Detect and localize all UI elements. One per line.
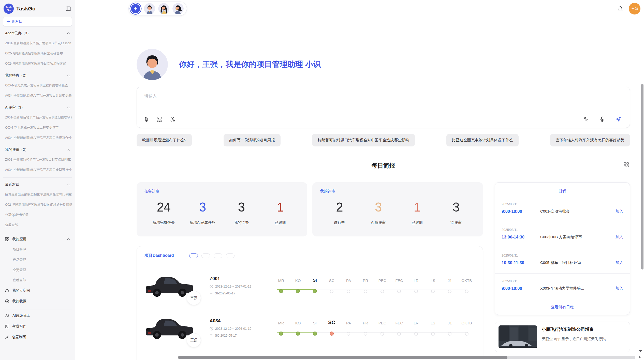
sidebar-item-help-write[interactable]: 帮我写作 — [3, 321, 72, 332]
event-date: 2025/03/11 — [502, 202, 623, 206]
suggestion-chip[interactable]: 比亚迪全固态电池计划具体说了什么 — [446, 134, 519, 146]
milestone-dot — [380, 332, 384, 336]
sidebar-chat-item[interactable]: C0X4-动力总成开发项目SI里程碑提交物检查 — [3, 80, 72, 91]
sidebar-section: 我的待办（2） C0X4-动力总成开发项目SI里程碑提交物检查A034-全新新能… — [3, 70, 72, 101]
image-icon — [5, 325, 9, 328]
notification-bell-button[interactable] — [617, 5, 624, 12]
dashboard-filter[interactable] — [214, 253, 222, 258]
sidebar-chat-item[interactable]: Z001-全新燃油皮卡产品开发项目SI节点Lesson Learn报告 — [3, 38, 72, 48]
screenshot-button[interactable] — [170, 116, 175, 122]
milestone-dot — [380, 290, 384, 293]
scroll-right-arrow[interactable] — [639, 356, 641, 359]
my-apps-submenu: 项目管理产品管理变更管理查看全部... — [3, 245, 72, 285]
sidebar-chat-item[interactable]: A034-全新新能源MUV产品开发项目法规符合性评审 — [3, 133, 72, 143]
project-row: 王强 A034 2023-12-19 ~ 2026-01-19 SC-2025-… — [144, 313, 475, 343]
milestone-dot — [397, 332, 401, 336]
mic-icon — [600, 116, 605, 122]
join-link[interactable]: 加入 — [616, 260, 623, 265]
sidebar-header: Task Go TaskGo — [3, 3, 72, 17]
section-label: 我的待办（2） — [5, 73, 28, 78]
sidebar-item-creative-draw[interactable]: 创意制图 — [3, 332, 72, 342]
sidebar-chat-item[interactable]: C02-飞腾新能源轻客改款项目里程碑画布 — [3, 48, 72, 58]
sidebar-item-favorites[interactable]: 我的收藏 — [3, 296, 72, 307]
sidebar-item-cloud-space[interactable]: 我的云空间 — [3, 285, 72, 296]
section-label: 最近对话 — [5, 182, 19, 187]
assistant-avatar-2[interactable] — [158, 3, 169, 14]
milestone-label: SC — [329, 279, 334, 282]
my-apps-subitem[interactable]: 产品管理 — [3, 255, 72, 265]
milestone-dot — [465, 332, 469, 336]
sidebar-chat-item[interactable]: C02-飞腾新能源轻客改款项目立项汇报方案 — [3, 58, 72, 69]
sidebar-chat-item[interactable]: 公司Q3轻卡销量 — [3, 210, 72, 220]
sidebar-item-ai-employee[interactable]: AI超级员工 — [3, 310, 72, 321]
horizontal-scrollbar-thumb[interactable] — [178, 356, 507, 359]
assistant-switcher — [128, 2, 187, 16]
milestone-track — [273, 329, 475, 336]
my-apps-subitem[interactable]: 变更管理 — [3, 265, 72, 275]
voice-call-button[interactable] — [584, 117, 589, 122]
sidebar-section-header[interactable]: AI评审（3） — [3, 102, 72, 112]
assistant-avatar-3[interactable] — [172, 3, 184, 14]
insert-image-button[interactable] — [157, 116, 162, 122]
stat-card-title: 我的评审 — [320, 189, 475, 194]
suggestion-chip[interactable]: 欧洲新规最近颁布了什么? — [137, 134, 192, 146]
horizontal-scrollbar[interactable] — [178, 356, 635, 359]
send-button[interactable] — [616, 116, 621, 122]
add-assistant-button[interactable] — [130, 3, 141, 14]
sidebar-chat-item[interactable]: C0X4-动力总成开发项目工程变更评审 — [3, 123, 72, 133]
my-apps-subitem[interactable]: 项目管理 — [3, 245, 72, 255]
project-owner-badge: 王强 — [187, 291, 201, 305]
dashboard-filter[interactable] — [201, 253, 210, 258]
sidebar-collapse-button[interactable] — [65, 6, 71, 11]
event-time: 10:30-11:30 — [502, 260, 540, 265]
sidebar-chat-item[interactable]: C02-飞腾新能源轻客改款项目的闭环通告反馈情况 — [3, 200, 72, 210]
user-avatar[interactable]: 王强 — [629, 3, 640, 14]
join-link[interactable]: 加入 — [616, 286, 623, 291]
users-icon — [5, 314, 9, 318]
sidebar-section-header[interactable]: 我的评审（2） — [3, 144, 72, 155]
sidebar-chat-item[interactable]: Z001-全新燃油轻卡产品开发项目SI造型提交物评审 — [3, 112, 72, 123]
new-chat-button[interactable]: 新对话 — [3, 17, 72, 26]
greeting-text: 你好，王强，我是你的项目管理助理 小识 — [179, 59, 321, 70]
view-all-chats-link[interactable]: 查看全部... — [3, 220, 72, 230]
sidebar: Task Go TaskGo 新对话 Agent已办（3） Z001-全新燃油皮… — [0, 0, 75, 360]
sidebar-section-header[interactable]: 最近对话 — [3, 179, 72, 189]
new-chat-label: 新对话 — [12, 19, 22, 24]
greeting-block: 你好，王强，我是你的项目管理助理 小识 — [137, 49, 630, 80]
event-main: 10:30-11:30 C005-整车工程目标评审 加入 — [502, 260, 623, 265]
milestone-dots — [273, 329, 475, 336]
sidebar-chat-item[interactable]: A034-全新新能源MUV产品开发项目造型可行性评审 — [3, 165, 72, 175]
flag-milestone: SC-2025-05-17 — [215, 334, 237, 337]
milestone-dot — [414, 290, 418, 293]
scroll-down-arrow[interactable] — [638, 350, 642, 352]
sidebar-chat-item[interactable]: 解释最新出台的欧盟报废车法规再生塑料比例被调至15%... — [3, 189, 72, 200]
sidebar-section-header[interactable]: Agent已办（3） — [3, 28, 72, 38]
sidebar-chat-item[interactable]: A034-全新新能源MUV产品开发项目计划变更表编写 — [3, 91, 72, 101]
attach-file-button[interactable] — [144, 116, 149, 122]
suggestion-chip[interactable]: 如何写一份清晰的项目周报 — [224, 134, 281, 146]
dashboard-filter[interactable] — [226, 253, 235, 258]
sidebar-item-my-apps[interactable]: 我的应用 — [3, 234, 72, 245]
project-flag: SI-2025-05-17 — [210, 292, 270, 295]
chat-input[interactable] — [144, 94, 480, 99]
news-card[interactable]: 小鹏飞行汽车制造公司增资 天眼查 App 显示，近日广州汇天飞行汽... — [495, 322, 630, 352]
stat-value: 2 — [320, 201, 359, 214]
suggestion-chip[interactable]: 特朗普可能对进口汽车增税会对中国车企造成哪些影响 — [312, 134, 415, 146]
project-owner-badge: 王强 — [187, 333, 201, 347]
vertical-scrollbar[interactable] — [641, 84, 643, 269]
sidebar-chat-item[interactable]: Z001-全新燃油轻卡产品开发项目SI节点属性5D文件评审 — [3, 155, 72, 165]
dashboard-filter[interactable] — [189, 253, 198, 258]
view-all-schedule-link[interactable]: 查看所有日程 — [495, 299, 630, 313]
join-link[interactable]: 加入 — [616, 209, 623, 214]
milestone-dot — [448, 290, 451, 293]
stat: 3 AI预评审 — [359, 201, 398, 225]
suggestion-chip[interactable]: 当下年轻人对汽车外观有怎样的喜好趋势 — [550, 134, 630, 146]
help-write-label: 帮我写作 — [12, 324, 70, 329]
join-link[interactable]: 加入 — [616, 235, 623, 239]
my-apps-subitem[interactable]: 查看全部... — [3, 275, 72, 285]
microphone-button[interactable] — [600, 116, 605, 122]
news-snippet: 天眼查 App 显示，近日广州汇天飞行汽... — [542, 336, 626, 342]
sidebar-section-header[interactable]: 我的待办（2） — [3, 70, 72, 80]
layout-toggle-button[interactable] — [624, 162, 629, 168]
assistant-avatar-1[interactable] — [144, 3, 155, 14]
